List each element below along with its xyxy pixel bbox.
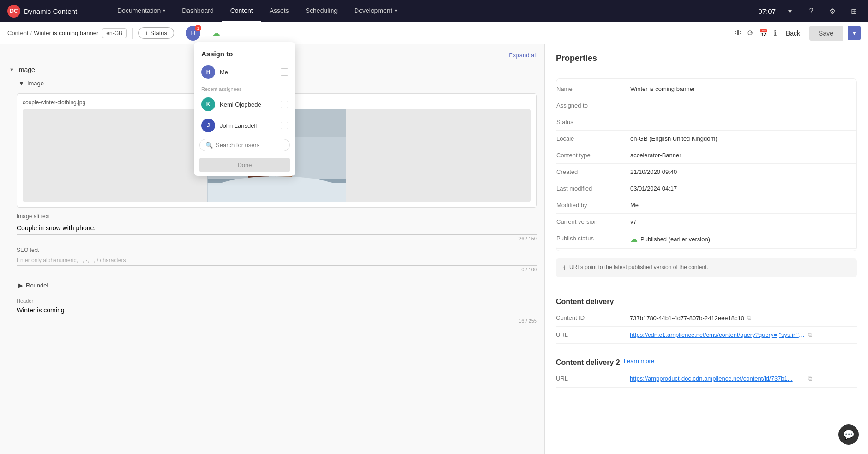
main-layout: Expand all ▼ Image ▼ Image couple-winter… (0, 44, 868, 454)
prop-assigned-value (630, 102, 856, 109)
prop-name: Name Winter is coming banner (556, 81, 856, 97)
image-alt-field: Image alt text 26 / 150 (17, 213, 537, 241)
expand-all-button[interactable]: Expand all (509, 52, 537, 59)
save-button[interactable]: Save (809, 26, 843, 41)
john-avatar: J (201, 119, 215, 132)
back-button[interactable]: Back (782, 28, 804, 39)
content-delivery-section: Content delivery Content ID 737b1780-44b… (545, 281, 868, 397)
prop-content-type-value: accelerator-Banner (630, 152, 856, 159)
nav-content[interactable]: Content (222, 0, 261, 22)
kemi-name: Kemi Ojogbede (220, 101, 276, 108)
seo-label: SEO text (17, 247, 537, 253)
nav-items: Documentation ▾ Dashboard Content Assets… (109, 0, 758, 22)
chevron-down-icon: ▾ (163, 8, 165, 13)
app-name: Dynamic Content (24, 7, 77, 15)
prop-modified-by-value: Me (630, 202, 856, 209)
nav-right: 07:07 ▾ ? ⚙ ⊞ (758, 4, 861, 18)
chevron-right-icon: ▶ (18, 282, 23, 289)
settings-icon[interactable]: ⚙ (826, 4, 839, 18)
prop-last-modified: Last modified 03/01/2024 04:17 (556, 180, 856, 197)
prop-url2-value[interactable]: https://ampproduct-doc.cdn.amplience.net… (630, 375, 805, 382)
roundel-section-header[interactable]: ▶ Roundel (17, 278, 537, 293)
prop-publish-value: ☁ Published (earlier version) (630, 235, 856, 244)
assignee-kemi-row[interactable]: K Kemi Ojogbede (194, 94, 295, 115)
sub-nav-right: 👁 ⟳ 📅 ℹ Back Save ▾ (735, 26, 861, 41)
content-id-value: 737b1780-44b1-4d77-807b-2412eee18c10 (630, 315, 744, 322)
kemi-checkbox[interactable] (281, 101, 288, 108)
chevron-down-icon: ▾ (395, 8, 397, 13)
prop-url-value[interactable]: https://cdn.c1.amplience.net/cms/content… (630, 331, 805, 339)
content-delivery-2-title: Content delivery 2 (556, 351, 620, 370)
prop-url2: URL https://ampproduct-doc.cdn.amplience… (556, 370, 857, 388)
header-field: Header 16 / 255 (17, 298, 537, 323)
nav-scheduling[interactable]: Scheduling (297, 0, 346, 22)
image-alt-label: Image alt text (17, 213, 537, 220)
chevron-down-icon: ▼ (9, 67, 14, 72)
notification-badge: 1 (195, 25, 201, 31)
header-counter: 16 / 255 (17, 318, 537, 323)
logo-icon: DC (7, 5, 20, 18)
info-note: ℹ URLs point to the latest published ver… (556, 258, 857, 277)
copy-content-id-icon[interactable]: ⧉ (747, 314, 751, 322)
seo-counter: 0 / 100 (17, 267, 537, 272)
status-button[interactable]: + Status (138, 27, 174, 39)
prop-created: Created 21/10/2020 09:40 (556, 164, 856, 180)
locale-badge: en-GB (102, 28, 127, 38)
breadcrumb: Content / Winter is coming banner (7, 30, 98, 36)
sub-nav: Content / Winter is coming banner en-GB … (0, 22, 868, 44)
assign-avatar-button[interactable]: H 1 (186, 26, 200, 41)
breadcrumb-current: Winter is coming banner (34, 30, 98, 36)
clock: 07:07 (758, 7, 776, 15)
history-icon[interactable]: ⟳ (747, 29, 753, 37)
divider (132, 28, 133, 39)
panel-title: Properties (545, 44, 868, 71)
assignee-john-row[interactable]: J John Lansdell (194, 115, 295, 136)
header-label: Header (17, 298, 537, 304)
divider (180, 28, 180, 39)
svg-rect-12 (208, 183, 346, 202)
image-alt-input[interactable] (17, 221, 537, 235)
me-checkbox[interactable] (281, 68, 288, 76)
john-checkbox[interactable] (281, 122, 288, 129)
chevron-down-icon: ▼ (18, 80, 24, 87)
cloud-published-icon: ☁ (630, 235, 638, 244)
copy-url-icon[interactable]: ⧉ (808, 331, 812, 339)
nav-dashboard[interactable]: Dashboard (174, 0, 222, 22)
nav-assets[interactable]: Assets (261, 0, 297, 22)
prop-version-value: v7 (630, 218, 856, 225)
calendar-icon[interactable]: 📅 (759, 29, 768, 37)
seo-placeholder-text: Enter only alphanumeric, _, -, +, / char… (17, 255, 537, 266)
prop-content-id: Content ID 737b1780-44b1-4d77-807b-2412e… (556, 310, 857, 327)
cloud-sync-icon[interactable]: ☁ (212, 28, 220, 38)
learn-more-link[interactable]: Learn more (624, 358, 654, 364)
done-button[interactable]: Done (199, 158, 290, 172)
header-input[interactable] (17, 304, 537, 317)
preview-icon[interactable]: 👁 (735, 29, 742, 37)
prop-created-value: 21/10/2020 09:40 (630, 168, 856, 175)
seo-text-field: SEO text Enter only alphanumeric, _, -, … (17, 247, 537, 272)
info-icon[interactable]: ℹ (774, 29, 777, 37)
me-label: Me (220, 69, 276, 76)
chat-fab[interactable]: 💬 (838, 424, 859, 445)
john-name: John Lansdell (220, 122, 276, 129)
kemi-avatar: K (201, 97, 215, 111)
save-arrow-button[interactable]: ▾ (848, 26, 861, 40)
search-input[interactable] (216, 142, 293, 149)
recent-label: Recent assignees (194, 83, 295, 94)
copy-url2-icon[interactable]: ⧉ (808, 375, 812, 382)
nav-documentation[interactable]: Documentation ▾ (109, 0, 174, 22)
prop-status-value (630, 119, 856, 125)
grid-icon[interactable]: ⊞ (847, 4, 861, 18)
divider (206, 28, 206, 39)
breadcrumb-root[interactable]: Content (7, 30, 29, 36)
prop-last-modified-value: 03/01/2024 04:17 (630, 185, 856, 192)
help-icon[interactable]: ? (804, 4, 818, 18)
nav-development[interactable]: Development ▾ (346, 0, 405, 22)
search-icon: 🔍 (205, 142, 213, 149)
time-dropdown-icon[interactable]: ▾ (783, 4, 797, 18)
prop-url: URL https://cdn.c1.amplience.net/cms/con… (556, 327, 857, 344)
properties-panel: Properties Name Winter is coming banner … (545, 44, 868, 454)
assign-me-row[interactable]: H Me (194, 61, 295, 83)
app-logo[interactable]: DC Dynamic Content (7, 5, 109, 18)
top-nav: DC Dynamic Content Documentation ▾ Dashb… (0, 0, 868, 22)
